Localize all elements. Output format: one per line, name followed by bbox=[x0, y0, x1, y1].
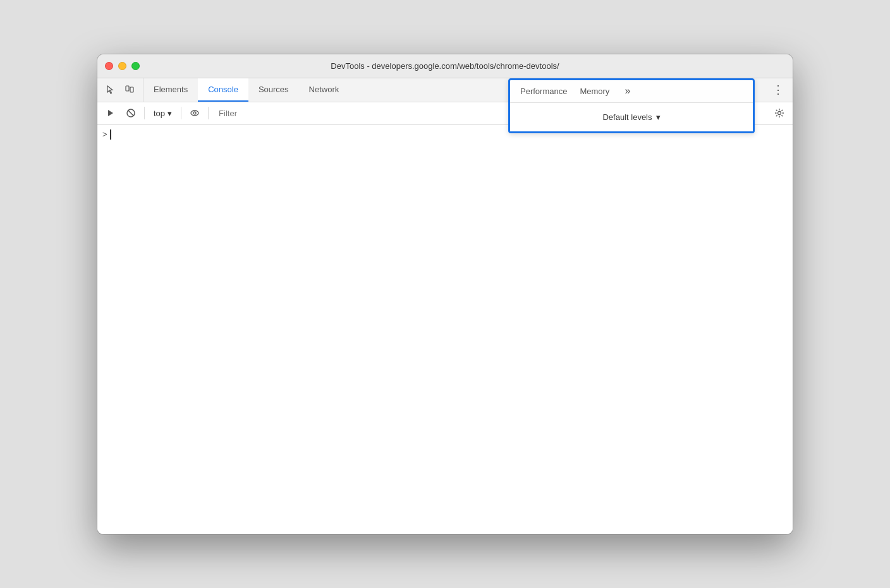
minimize-button[interactable] bbox=[118, 62, 126, 70]
tab-performance-highlight[interactable]: Performance bbox=[518, 87, 570, 96]
traffic-lights bbox=[105, 62, 140, 70]
console-content: > bbox=[97, 125, 793, 534]
console-toolbar-end bbox=[771, 105, 788, 121]
svg-point-5 bbox=[191, 111, 198, 116]
clear-console-icon[interactable] bbox=[123, 105, 139, 121]
execute-context-icon[interactable] bbox=[102, 105, 119, 121]
window-title: DevTools - developers.google.com/web/too… bbox=[331, 61, 559, 71]
highlight-box: Performance Memory » Default levels ▾ bbox=[508, 78, 755, 133]
tabbar-end: ⋮ bbox=[764, 78, 793, 102]
default-levels-row: Default levels ▾ bbox=[510, 103, 753, 131]
maximize-button[interactable] bbox=[131, 62, 140, 70]
devtools-window: DevTools - developers.google.com/web/too… bbox=[97, 54, 793, 534]
toolbar-divider-3 bbox=[208, 107, 209, 119]
devtools-panel: Elements Console Sources Network Perform… bbox=[97, 78, 793, 534]
close-button[interactable] bbox=[105, 62, 113, 70]
device-toolbar-icon[interactable] bbox=[121, 81, 138, 98]
toolbar-divider-2 bbox=[181, 107, 181, 119]
tab-network[interactable]: Network bbox=[299, 78, 350, 102]
highlight-tabs-row: Performance Memory » bbox=[510, 80, 753, 104]
tabbar-left-icons bbox=[97, 78, 143, 102]
svg-rect-0 bbox=[126, 86, 129, 91]
svg-line-4 bbox=[128, 111, 133, 116]
tab-elements[interactable]: Elements bbox=[143, 78, 198, 102]
toolbar-divider-1 bbox=[144, 107, 145, 119]
devtools-tabbar: Elements Console Sources Network Perform… bbox=[97, 78, 793, 102]
tab-memory-highlight[interactable]: Memory bbox=[577, 87, 612, 96]
more-options-button[interactable]: ⋮ bbox=[770, 81, 786, 98]
settings-icon[interactable] bbox=[771, 105, 788, 121]
tab-console[interactable]: Console bbox=[198, 78, 248, 102]
inspect-element-icon[interactable] bbox=[102, 81, 119, 98]
default-levels-button[interactable]: Default levels ▾ bbox=[597, 110, 665, 124]
tab-overflow-highlight[interactable]: » bbox=[619, 85, 635, 97]
eye-icon[interactable] bbox=[186, 105, 203, 121]
svg-marker-2 bbox=[108, 110, 113, 116]
console-cursor bbox=[110, 129, 111, 140]
titlebar: DevTools - developers.google.com/web/too… bbox=[97, 54, 793, 78]
svg-point-6 bbox=[193, 112, 196, 114]
context-selector[interactable]: top ▾ bbox=[150, 107, 176, 119]
tab-sources[interactable]: Sources bbox=[248, 78, 299, 102]
prompt-chevron-icon[interactable]: > bbox=[102, 129, 107, 139]
svg-point-7 bbox=[778, 112, 781, 115]
svg-rect-1 bbox=[130, 87, 133, 92]
